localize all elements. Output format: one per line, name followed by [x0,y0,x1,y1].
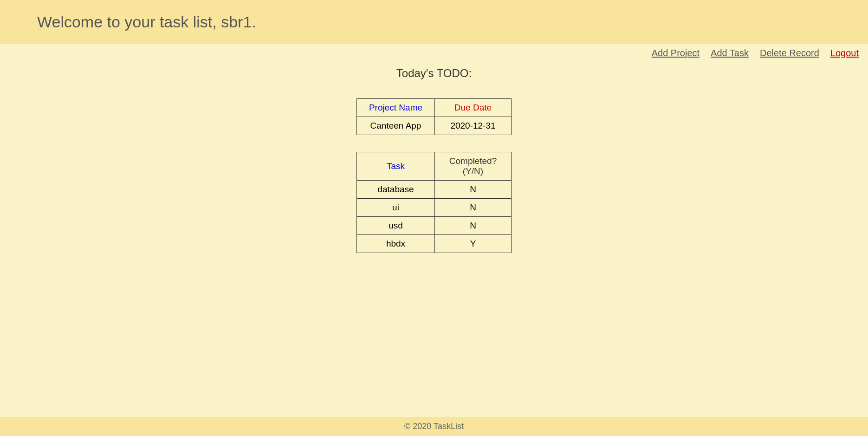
completed-cell: N [435,217,512,235]
task-header: Task [357,152,435,181]
project-name-cell: Canteen App [357,117,435,135]
completed-cell: N [435,199,512,217]
table-row: Canteen App 2020-12-31 [357,117,512,135]
todo-title: Today's TODO: [0,67,868,80]
completed-cell: N [435,181,512,199]
table-row: ui N [357,199,512,217]
welcome-heading: Welcome to your task list, sbr1. [37,13,831,31]
task-cell: database [357,181,435,199]
logout-link[interactable]: Logout [830,48,859,59]
due-date-cell: 2020-12-31 [435,117,512,135]
header-band: Welcome to your task list, sbr1. [0,0,868,44]
project-table-header-row: Project Name Due Date [357,99,512,117]
project-table: Project Name Due Date Canteen App 2020-1… [356,98,512,135]
table-row: usd N [357,217,512,235]
footer-band: © 2020 TaskList [0,417,868,436]
content-area: Today's TODO: Project Name Due Date Cant… [0,59,868,417]
task-cell: ui [357,199,435,217]
project-name-header: Project Name [357,99,435,117]
add-task-link[interactable]: Add Task [711,48,749,59]
task-cell: usd [357,217,435,235]
nav-links: Add Project Add Task Delete Record Logou… [0,44,868,59]
task-cell: hbdx [357,235,435,253]
completed-cell: Y [435,235,512,253]
due-date-header: Due Date [435,99,512,117]
delete-record-link[interactable]: Delete Record [760,48,819,59]
footer-text: © 2020 TaskList [404,422,464,431]
task-table-header-row: Task Completed? (Y/N) [357,152,512,181]
completed-header: Completed? (Y/N) [435,152,512,181]
add-project-link[interactable]: Add Project [652,48,700,59]
table-row: database N [357,181,512,199]
table-row: hbdx Y [357,235,512,253]
task-table: Task Completed? (Y/N) database N ui N us… [356,152,512,253]
